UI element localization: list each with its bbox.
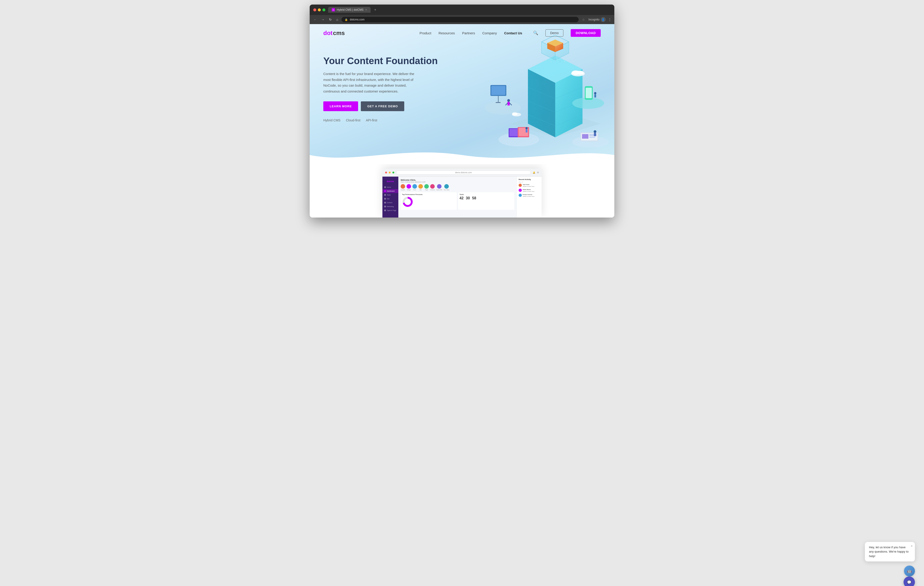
browser-toolbar: ← → ↻ ⌂ 🔒 dotcms.com ☆ Incognito 👤 ⋮ xyxy=(310,15,614,24)
demo-nav-site[interactable]: Site xyxy=(383,197,398,201)
demo-activity-text-3: Evelyn Gunnar added content here xyxy=(523,194,535,198)
hero-description: Content is the fuel for your brand exper… xyxy=(323,71,419,94)
demo-task-numbers: 42 30 58 xyxy=(459,196,513,200)
demo-shortcut-vanity[interactable]: Vanity URL xyxy=(436,184,442,191)
demo-nav-marketing-label: Marketing xyxy=(387,206,394,207)
demo-shortcut-content[interactable]: Content xyxy=(401,184,405,191)
demo-avatar-1 xyxy=(519,184,522,187)
svg-rect-16 xyxy=(546,60,546,61)
demo-site-icon xyxy=(384,198,386,199)
new-tab-button[interactable]: + xyxy=(374,8,376,12)
demo-shortcut-keyvalue[interactable]: Key Value xyxy=(444,184,449,191)
nav-contact[interactable]: Contact Us xyxy=(504,31,522,35)
svg-rect-51 xyxy=(589,137,595,138)
demo-nav-dashboard[interactable]: Dashboard xyxy=(383,189,398,193)
demo-tasks-icon xyxy=(384,194,386,196)
demo-activity-name-1: Ada Frank xyxy=(523,184,535,186)
hero-tag-cloud[interactable]: Cloud-first xyxy=(346,119,360,122)
minimize-window-dot[interactable] xyxy=(318,8,321,12)
download-button[interactable]: DOWNLOAD xyxy=(571,29,601,37)
bookmark-button[interactable]: ☆ xyxy=(581,17,586,22)
demo-button[interactable]: Demo xyxy=(545,29,563,36)
logo-text: cms xyxy=(333,30,345,36)
close-window-dot[interactable] xyxy=(313,8,316,12)
demo-form-shortcut-icon xyxy=(412,184,417,189)
address-bar[interactable]: 🔒 dotcms.com xyxy=(342,17,579,22)
demo-nav-content[interactable]: Content xyxy=(383,201,398,204)
search-icon[interactable]: 🔍 xyxy=(533,30,538,35)
demo-vanity-shortcut-label: Vanity URL xyxy=(436,189,442,191)
demo-window-content: dotcms Home Dashboard Tasks xyxy=(383,177,541,217)
nav-partners[interactable]: Partners xyxy=(462,31,475,35)
demo-page-shortcut-label: Page xyxy=(424,189,429,191)
nav-resources[interactable]: Resources xyxy=(439,31,455,35)
demo-activity-name-2: Nellie Martin xyxy=(523,189,535,191)
demo-types-icon xyxy=(384,209,386,211)
hero-content: Your Content Foundation Content is the f… xyxy=(310,42,614,146)
demo-file-shortcut-label: File xyxy=(418,189,423,191)
demo-sidebar-logo: dotcms xyxy=(383,178,398,185)
nav-company[interactable]: Company xyxy=(482,31,497,35)
demo-dot-green xyxy=(393,171,394,173)
demo-content-shortcut-icon xyxy=(401,184,405,189)
demo-activity-action-3: added content here xyxy=(523,196,535,197)
get-demo-button[interactable]: GET A FREE DEMO xyxy=(361,101,404,111)
demo-logo-cms: cms xyxy=(390,180,394,183)
learn-more-button[interactable]: LEARN MORE xyxy=(323,101,358,111)
demo-shortcut-persona[interactable]: Persona xyxy=(430,184,435,191)
demo-activity-item-3: Evelyn Gunnar added content here xyxy=(519,194,540,198)
demo-bottom-row: Top Performance Personas Tasks 4 xyxy=(401,192,514,210)
maximize-window-dot[interactable] xyxy=(322,8,325,12)
svg-rect-49 xyxy=(582,134,588,139)
chat-button-container: 🤖 💬 xyxy=(904,566,915,577)
back-button[interactable]: ← xyxy=(312,17,318,22)
svg-point-37 xyxy=(594,92,596,94)
demo-logo-dot: dot xyxy=(387,180,390,183)
browser-menu-button[interactable]: ⋮ xyxy=(608,18,612,22)
svg-rect-45 xyxy=(526,129,528,133)
svg-rect-18 xyxy=(551,61,551,62)
nav-product[interactable]: Product xyxy=(419,31,431,35)
demo-nav-home[interactable]: Home xyxy=(383,185,398,189)
browser-titlebar: ● Hybrid CMS | dotCMS × + xyxy=(310,5,614,15)
demo-main-content: Welcome Chris, Start creating some aweso… xyxy=(398,177,516,217)
hero-tag-hybrid[interactable]: Hybrid CMS xyxy=(323,119,340,122)
demo-shortcut-widget[interactable]: Widget xyxy=(406,184,411,191)
demo-shortcut-form[interactable]: Form xyxy=(412,184,417,191)
incognito-icon: 👤 xyxy=(601,17,606,22)
demo-nav-home-label: Home xyxy=(387,186,391,188)
demo-activity-panel: Recent Activity May 29 Ada Frank added c… xyxy=(516,177,541,217)
hero-buttons: LEARN MORE GET A FREE DEMO xyxy=(323,101,438,111)
demo-nav-marketing[interactable]: Marketing xyxy=(383,204,398,209)
chat-toggle-button[interactable]: 💬 xyxy=(904,576,915,586)
demo-nav-types[interactable]: Types & Tags xyxy=(383,209,398,212)
chat-close-button[interactable]: × xyxy=(911,544,912,548)
demo-shortcut-file[interactable]: File xyxy=(418,184,423,191)
demo-welcome-block: Welcome Chris, Start creating some aweso… xyxy=(401,179,426,183)
logo[interactable]: dotcms xyxy=(323,30,345,36)
tab-close-button[interactable]: × xyxy=(365,8,367,12)
home-button[interactable]: ⌂ xyxy=(335,17,339,22)
svg-rect-36 xyxy=(586,88,592,98)
refresh-button[interactable]: ↻ xyxy=(328,17,333,22)
demo-activity-name-3: Evelyn Gunnar xyxy=(523,194,535,196)
hero-tag-api[interactable]: API-first xyxy=(366,119,377,122)
svg-point-58 xyxy=(512,112,518,115)
demo-date-label: May 29 xyxy=(519,181,540,183)
demo-shortcut-page[interactable]: Page xyxy=(424,184,429,191)
svg-point-52 xyxy=(594,130,596,133)
chat-avatar-icon: 🤖 xyxy=(907,569,912,573)
hero-illustration xyxy=(464,28,614,155)
svg-rect-38 xyxy=(594,94,596,97)
demo-nav-tasks[interactable]: Tasks xyxy=(383,193,398,197)
demo-activity-text-1: Ada Frank added content here xyxy=(523,184,535,188)
svg-rect-19 xyxy=(553,58,553,60)
demo-nav-dashboard-label: Dashboard xyxy=(387,190,394,192)
demo-widget-shortcut-icon xyxy=(406,184,411,189)
browser-tab[interactable]: ● Hybrid CMS | dotCMS × xyxy=(328,7,371,13)
demo-notification-icon: 🔔 xyxy=(533,171,535,174)
demo-main-header: Welcome Chris, Start creating some aweso… xyxy=(401,179,514,183)
chat-toggle-icon: 💬 xyxy=(907,580,911,584)
forward-button[interactable]: → xyxy=(320,17,325,22)
svg-rect-27 xyxy=(496,102,501,103)
